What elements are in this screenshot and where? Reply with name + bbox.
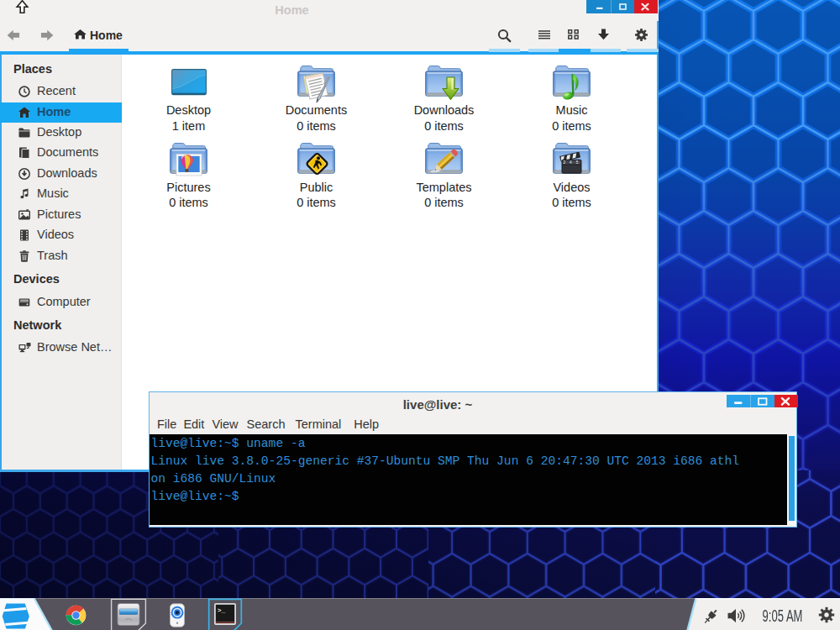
svg-text:5: 5 <box>576 160 579 165</box>
svg-text:>_: >_ <box>218 606 226 614</box>
svg-text:4: 4 <box>570 160 572 165</box>
svg-text:2: 2 <box>564 160 566 165</box>
